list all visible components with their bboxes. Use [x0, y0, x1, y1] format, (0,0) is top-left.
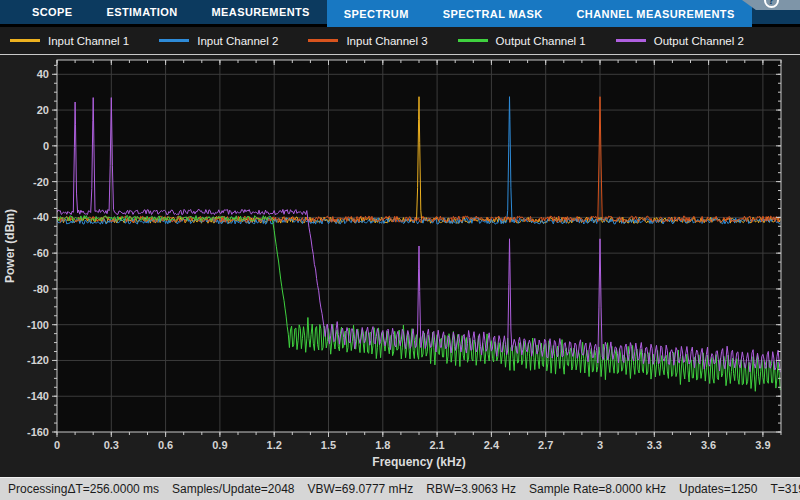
svg-text:1.2: 1.2 [267, 439, 282, 451]
svg-text:-20: -20 [33, 176, 49, 188]
tab-spectral-mask[interactable]: SPECTRAL MASK [426, 0, 560, 27]
legend-bar: Input Channel 1 Input Channel 2 Input Ch… [0, 27, 800, 54]
svg-text:-120: -120 [27, 354, 49, 366]
tab-group-main: SCOPE ESTIMATION MEASUREMENTS [0, 0, 327, 24]
legend-swatch-input-channel-3 [308, 39, 338, 42]
status-time: T=319. [770, 482, 800, 496]
toolstrip-tabbar: SCOPE ESTIMATION MEASUREMENTS SPECTRUM S… [0, 0, 800, 27]
status-delta-t: ΔT=256.0000 ms [67, 482, 159, 496]
legend-label: Input Channel 2 [197, 35, 278, 47]
svg-text:Frequency (kHz): Frequency (kHz) [372, 455, 465, 469]
svg-text:2.4: 2.4 [484, 439, 500, 451]
svg-text:20: 20 [37, 104, 49, 116]
svg-text:-40: -40 [33, 211, 49, 223]
svg-text:2.1: 2.1 [429, 439, 444, 451]
svg-text:Power (dBm): Power (dBm) [3, 209, 17, 283]
tab-group-spectrum-selected: SPECTRUM SPECTRAL MASK CHANNEL MEASUREME… [327, 0, 752, 27]
spectrum-chart-panel[interactable]: 00.30.60.91.21.51.82.12.42.733.33.63.940… [0, 55, 800, 477]
status-rbw: RBW=3.9063 Hz [426, 482, 516, 496]
svg-text:0.3: 0.3 [104, 439, 119, 451]
legend-swatch-input-channel-2 [159, 39, 189, 42]
svg-text:3.3: 3.3 [647, 439, 662, 451]
status-state: Processing [0, 482, 67, 496]
help-button[interactable]: ? [742, 0, 800, 10]
help-question-icon: ? [764, 0, 779, 8]
svg-text:-140: -140 [27, 390, 49, 402]
legend-item-input-channel-2[interactable]: Input Channel 2 [159, 35, 278, 47]
tab-scope[interactable]: SCOPE [0, 0, 90, 24]
status-vbw: VBW=69.0777 mHz [308, 482, 414, 496]
legend-swatch-input-channel-1 [10, 39, 40, 42]
tabbar-filler: ? [752, 0, 800, 24]
legend-label: Output Channel 2 [654, 35, 744, 47]
tab-channel-measurements[interactable]: CHANNEL MEASUREMENTS [560, 0, 752, 27]
tab-measurements[interactable]: MEASUREMENTS [195, 0, 327, 24]
legend-label: Input Channel 3 [346, 35, 427, 47]
legend-label: Output Channel 1 [496, 35, 586, 47]
svg-text:1.8: 1.8 [375, 439, 390, 451]
legend-item-input-channel-1[interactable]: Input Channel 1 [10, 35, 129, 47]
legend-item-output-channel-2[interactable]: Output Channel 2 [616, 35, 744, 47]
legend-swatch-output-channel-1 [458, 39, 488, 42]
tab-spectrum[interactable]: SPECTRUM [327, 0, 426, 27]
legend-swatch-output-channel-2 [616, 39, 646, 42]
status-updates: Updates=1250 [679, 482, 757, 496]
svg-text:0: 0 [54, 439, 60, 451]
svg-text:40: 40 [37, 68, 49, 80]
spectrum-plot[interactable]: 00.30.60.91.21.51.82.12.42.733.33.63.940… [0, 55, 800, 477]
status-bar: Processing ΔT=256.0000 ms Samples/Update… [0, 477, 800, 500]
svg-text:-100: -100 [27, 319, 49, 331]
tab-estimation[interactable]: ESTIMATION [90, 0, 195, 24]
legend-item-input-channel-3[interactable]: Input Channel 3 [308, 35, 427, 47]
svg-text:3: 3 [597, 439, 603, 451]
svg-text:0.9: 0.9 [212, 439, 227, 451]
legend-label: Input Channel 1 [48, 35, 129, 47]
svg-text:-160: -160 [27, 426, 49, 438]
svg-text:3.6: 3.6 [701, 439, 716, 451]
status-sample-rate: Sample Rate=8.0000 kHz [529, 482, 666, 496]
svg-text:-80: -80 [33, 283, 49, 295]
svg-text:2.7: 2.7 [538, 439, 553, 451]
legend-item-output-channel-1[interactable]: Output Channel 1 [458, 35, 586, 47]
svg-text:3.9: 3.9 [755, 439, 770, 451]
svg-text:1.5: 1.5 [321, 439, 336, 451]
svg-text:-60: -60 [33, 247, 49, 259]
svg-text:0.6: 0.6 [158, 439, 173, 451]
status-samples-per-update: Samples/Update=2048 [172, 482, 294, 496]
svg-text:0: 0 [43, 140, 49, 152]
